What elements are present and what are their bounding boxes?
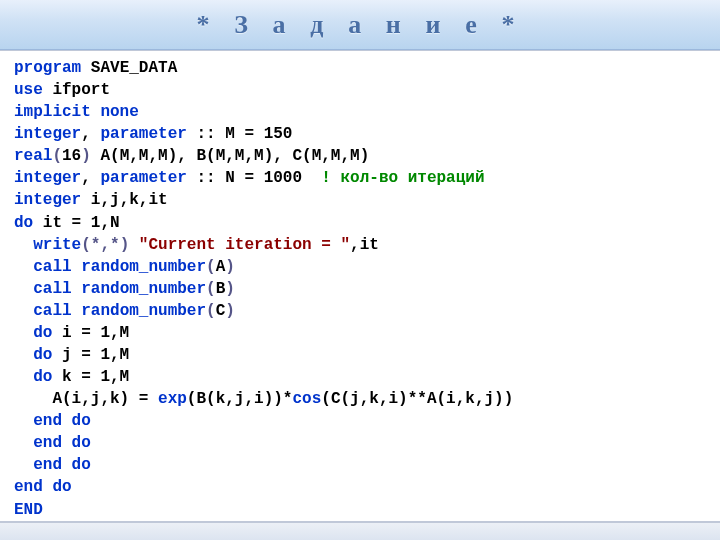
code-text (72, 258, 82, 276)
code-text: SAVE_DATA (81, 59, 177, 77)
keyword: integer (14, 191, 81, 209)
code-text: 16 (62, 147, 81, 165)
string: "Current iteration = " (139, 236, 350, 254)
code-text: C (216, 302, 226, 320)
indent (14, 236, 33, 254)
code-text: ,it (350, 236, 379, 254)
code-text: i = 1,M (52, 324, 129, 342)
keyword: end do (33, 412, 91, 430)
function: cos (292, 390, 321, 408)
function: random_number (81, 258, 206, 276)
keyword: use (14, 81, 43, 99)
code-text: A(i,j,k) = (52, 390, 158, 408)
paren: ) (225, 258, 235, 276)
code-text (129, 236, 139, 254)
code-text: k = 1,M (52, 368, 129, 386)
keyword: end do (33, 434, 91, 452)
keyword: call (33, 302, 71, 320)
indent (14, 280, 33, 298)
keyword: program (14, 59, 81, 77)
indent (14, 302, 33, 320)
code-text: ifport (43, 81, 110, 99)
keyword: call (33, 258, 71, 276)
keyword: parameter (100, 169, 186, 187)
keyword: parameter (100, 125, 186, 143)
slide-header: * З а д а н и е * (0, 0, 720, 50)
keyword: END (14, 501, 43, 519)
keyword: do (14, 214, 33, 232)
code-text: B (216, 280, 226, 298)
code-text: , (81, 125, 100, 143)
paren: ( (206, 302, 216, 320)
paren: ( (52, 147, 62, 165)
paren: ( (206, 258, 216, 276)
indent (14, 390, 52, 408)
paren: ) (81, 147, 91, 165)
keyword: end do (14, 478, 72, 496)
keyword: write (33, 236, 81, 254)
code-text: :: M = 150 (187, 125, 293, 143)
indent (14, 412, 33, 430)
keyword: integer (14, 125, 81, 143)
keyword: do (33, 368, 52, 386)
keyword: end do (33, 456, 91, 474)
code-text (72, 280, 82, 298)
code-text: A (216, 258, 226, 276)
code-text: A(M,M,M), B(M,M,M), C(M,M,M) (91, 147, 369, 165)
indent (14, 258, 33, 276)
indent (14, 324, 33, 342)
code-text: , (81, 169, 100, 187)
slide-footer (0, 522, 720, 540)
code-text: j = 1,M (52, 346, 129, 364)
function: random_number (81, 302, 206, 320)
indent (14, 434, 33, 452)
paren: ) (225, 280, 235, 298)
indent (14, 456, 33, 474)
indent (14, 368, 33, 386)
code-block: program SAVE_DATA use ifport implicit no… (0, 50, 720, 522)
keyword: do (33, 324, 52, 342)
function: exp (158, 390, 187, 408)
indent (14, 346, 33, 364)
keyword: call (33, 280, 71, 298)
slide-title: * З а д а н и е * (196, 10, 523, 40)
paren: (*,*) (81, 236, 129, 254)
code-text: (C(j,k,i)**A(i,k,j)) (321, 390, 513, 408)
paren: ( (206, 280, 216, 298)
code-text: :: N = 1000 (187, 169, 321, 187)
comment: ! кол-во итераций (321, 169, 484, 187)
code-text: it = 1,N (33, 214, 119, 232)
keyword: integer (14, 169, 81, 187)
function: random_number (81, 280, 206, 298)
code-text: i,j,k,it (81, 191, 167, 209)
keyword: do (33, 346, 52, 364)
keyword: real (14, 147, 52, 165)
paren: ) (225, 302, 235, 320)
code-text (72, 302, 82, 320)
keyword: implicit none (14, 103, 139, 121)
code-text: (B(k,j,i))* (187, 390, 293, 408)
